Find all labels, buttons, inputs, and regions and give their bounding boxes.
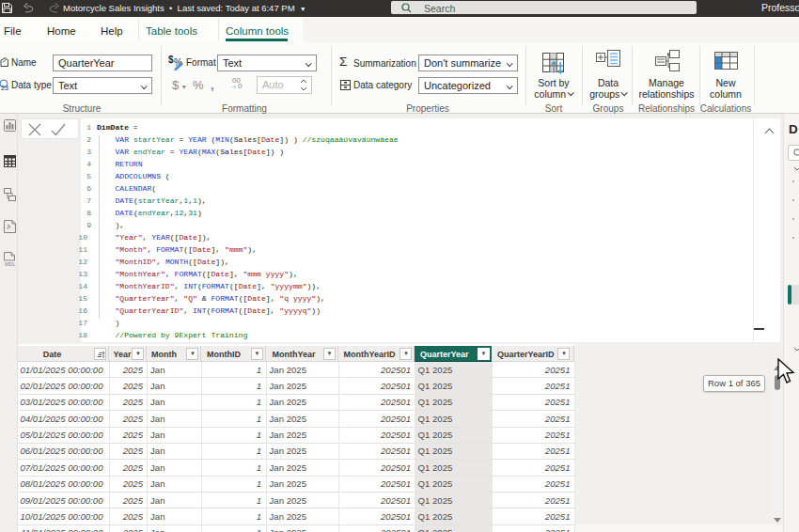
svg-text:MDL: MDL: [5, 261, 16, 267]
svg-text:23: 23: [1, 85, 8, 91]
